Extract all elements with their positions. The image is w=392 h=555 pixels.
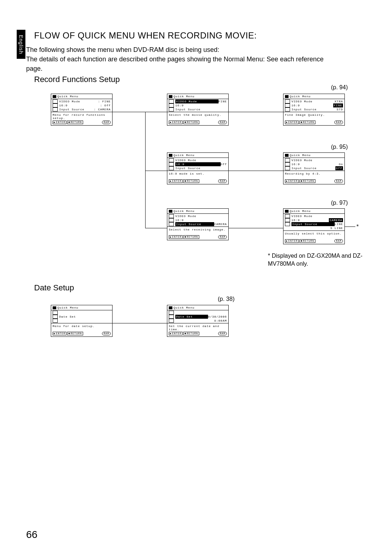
return-button: ■RETURN — [183, 121, 199, 124]
row-icon — [53, 103, 58, 107]
row-value: S LINE — [330, 226, 343, 230]
row-value: STD — [337, 107, 343, 111]
row-icon — [285, 107, 290, 111]
menu-desc: Set the current date and time. — [167, 323, 228, 331]
row-icon — [169, 103, 174, 107]
menu-header: Quick Menu — [57, 95, 78, 98]
menu-input-source: Quick Menu VIDEO Mode 16:9 Input SourceC… — [167, 208, 229, 240]
row-label: VIDEO Mode — [175, 214, 227, 218]
enter-button: ▶ENTER — [169, 179, 183, 183]
flow-line — [112, 323, 167, 323]
row-label: Input Source — [175, 166, 227, 170]
flow-line — [228, 228, 283, 228]
row-label: 16:9 — [175, 218, 227, 222]
row-label: VIDEO Mode — [59, 99, 98, 103]
footnote-star-inline: * — [268, 253, 270, 259]
menu-date-set: Quick Menu Date Set9/30/2006 8:00AM Set … — [167, 305, 229, 337]
menu-header: Quick Menu — [173, 154, 195, 157]
row-icon — [169, 107, 174, 111]
row-label: Input Source — [59, 107, 94, 111]
return-button: ■RETURN — [299, 239, 315, 243]
ram-badge: RAM — [218, 179, 227, 183]
row-value: Off — [335, 166, 343, 170]
camera-icon — [169, 210, 172, 213]
return-button: ■RETURN — [183, 235, 199, 239]
row-icon — [285, 222, 290, 226]
menu-desc: 16:9 mode is set. — [167, 171, 228, 179]
row-icon — [285, 158, 290, 162]
row-label: Date Set — [59, 315, 111, 319]
ram-badge: RAM — [218, 121, 227, 124]
row-label: Date Set — [175, 315, 208, 319]
row-icon — [169, 222, 174, 226]
menu-desc: Fine Image Quality. — [283, 112, 344, 120]
flow-line — [228, 171, 283, 171]
row-label: 16:9 — [291, 218, 329, 222]
row-value: 9/30/2006 — [208, 315, 227, 319]
enter-button: ▶ENTER — [169, 121, 183, 124]
camera-icon — [169, 95, 172, 98]
row-icon — [169, 311, 174, 315]
camera-icon — [285, 154, 289, 157]
enter-button: ▶ENTER — [53, 332, 66, 335]
row-value: FINE — [219, 99, 227, 103]
row-icon — [169, 99, 174, 103]
return-button: ■RETURN — [67, 332, 83, 335]
row-icon — [53, 107, 58, 111]
menu-header: Quick Menu — [173, 95, 195, 98]
row-label: Input Source — [291, 166, 335, 170]
ram-badge: RAM — [102, 332, 111, 335]
menu-header: Quick Menu — [57, 306, 78, 309]
enter-button: ▶ENTER — [169, 235, 183, 239]
camera-icon — [285, 210, 289, 213]
row-label: 16:9 — [59, 103, 100, 107]
row-icon — [169, 218, 174, 222]
row-value: FINE — [333, 103, 343, 107]
row-label: 16:9 — [175, 162, 221, 166]
menu-desc: Select the movie quality. — [167, 112, 228, 120]
row-label: Input Source — [175, 222, 214, 226]
row-icon — [169, 214, 174, 218]
row-value: LINE — [335, 222, 343, 226]
footnote-star: * — [356, 224, 359, 230]
enter-button: ▶ENTER — [285, 121, 299, 124]
ref-p38: (p. 38) — [218, 296, 234, 302]
camera-icon — [53, 306, 56, 309]
menu-record-root: Quick Menu VIDEO Mode: FINE 16:9: Off In… — [51, 94, 113, 126]
camera-icon — [53, 95, 56, 98]
menu-input-source-options: Quick Menu VIDEO Mode 16:9CAMERA Input S… — [283, 208, 345, 244]
return-button: ■RETURN — [183, 332, 199, 335]
flow-line — [145, 228, 167, 228]
page-number: 66 — [26, 529, 37, 540]
camera-icon — [169, 306, 172, 309]
page-title: FLOW OF QUICK MENU WHEN RECORDING MOVIE: — [34, 30, 257, 41]
menu-header: Quick Menu — [173, 306, 195, 309]
ref-p97: (p. 97) — [331, 200, 348, 206]
return-button: ■RETURN — [299, 179, 315, 183]
menu-header: Quick Menu — [290, 95, 311, 98]
menu-desc: Recording by 4:3. — [283, 171, 344, 179]
enter-button: ▶ENTER — [285, 179, 299, 183]
menu-header: Quick Menu — [173, 209, 195, 213]
menu-date-root: Quick Menu Date Set Menu for date setup.… — [51, 305, 113, 337]
intro-line2: The details of each function are describ… — [26, 56, 324, 72]
row-icon — [53, 319, 58, 323]
return-button: ■RETURN — [299, 121, 315, 124]
ram-badge: RAM — [334, 121, 343, 124]
enter-button: ▶ENTER — [285, 239, 299, 243]
row-value: : FINE — [98, 99, 111, 103]
ram-badge: RAM — [218, 332, 227, 335]
enter-button: ▶ENTER — [53, 121, 66, 124]
enter-button: ▶ENTER — [169, 332, 183, 335]
flow-line — [145, 112, 146, 228]
menu-video-mode: Quick Menu VIDEO ModeFINE 16:9 Input Sou… — [167, 94, 229, 126]
ram-badge: RAM — [334, 179, 343, 183]
row-icon — [169, 315, 174, 319]
row-icon — [169, 166, 174, 170]
row-value: CAMERA — [329, 218, 343, 222]
row-icon — [53, 99, 58, 103]
footnote-text: * Displayed on DZ-GX20MA and DZ-MV780MA … — [268, 252, 377, 268]
return-button: ■RETURN — [183, 179, 199, 183]
row-icon — [285, 99, 290, 103]
row-icon — [285, 103, 290, 107]
